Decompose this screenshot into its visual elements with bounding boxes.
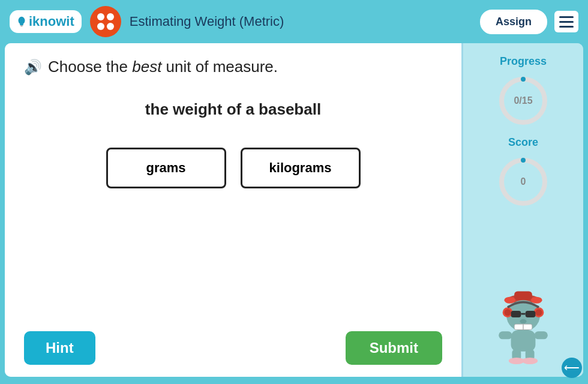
main-content: 🔊 Choose the best unit of measure. the w… — [5, 43, 583, 377]
svg-rect-13 — [526, 311, 536, 317]
logo: iknowit — [10, 10, 82, 33]
mascot-image — [487, 287, 559, 365]
dot4 — [107, 23, 114, 30]
submit-button[interactable]: Submit — [346, 331, 442, 365]
svg-rect-4 — [514, 291, 532, 300]
svg-point-23 — [509, 358, 524, 364]
logo-icon — [17, 16, 26, 28]
svg-point-5 — [504, 297, 515, 304]
svg-rect-12 — [511, 311, 521, 317]
header: iknowit Estimating Weight (Metric) Assig… — [0, 0, 588, 43]
activity-icon-dots — [97, 13, 114, 30]
svg-point-15 — [520, 319, 526, 323]
instruction-start: Choose the — [48, 58, 132, 76]
back-icon: ⟵ — [564, 361, 580, 374]
header-right: Assign — [480, 10, 578, 34]
instruction-italic: best — [132, 58, 161, 76]
svg-rect-19 — [499, 331, 512, 339]
subject-text: the weight of a baseball — [24, 100, 442, 119]
right-panel: Progress 0/15 Score 0 — [463, 43, 583, 377]
back-button[interactable]: ⟵ — [562, 358, 582, 378]
answer-options: grams kilograms — [24, 148, 442, 188]
svg-rect-1 — [20, 24, 23, 26]
instruction-end: unit of measure. — [161, 58, 278, 76]
svg-point-24 — [522, 358, 538, 364]
menu-button[interactable] — [554, 11, 578, 32]
progress-label: Progress — [500, 55, 547, 68]
dot1 — [97, 13, 104, 20]
activity-title: Estimating Weight (Metric) — [130, 14, 472, 29]
score-value: 0 — [521, 176, 526, 187]
mascot-area — [487, 215, 559, 371]
answer-kilograms[interactable]: kilograms — [241, 148, 361, 188]
menu-line2 — [559, 21, 574, 23]
svg-point-11 — [535, 309, 542, 316]
sound-icon[interactable]: 🔊 — [24, 59, 42, 76]
bottom-bar: Hint Submit — [24, 331, 442, 365]
progress-value: 0/15 — [514, 95, 532, 106]
left-panel: 🔊 Choose the best unit of measure. the w… — [5, 43, 461, 377]
svg-point-6 — [531, 297, 542, 304]
svg-rect-18 — [511, 330, 536, 351]
svg-point-0 — [19, 17, 25, 25]
activity-icon — [90, 6, 121, 37]
hint-button[interactable]: Hint — [24, 331, 95, 365]
svg-rect-14 — [521, 313, 525, 315]
score-circle: 0 — [496, 155, 550, 209]
svg-rect-20 — [535, 331, 548, 339]
svg-rect-2 — [20, 25, 23, 26]
menu-line1 — [559, 16, 574, 18]
question-text: Choose the best unit of measure. — [48, 58, 278, 76]
assign-button[interactable]: Assign — [480, 10, 547, 34]
score-label: Score — [508, 136, 538, 149]
logo-text: iknowit — [29, 14, 74, 29]
progress-circle: 0/15 — [496, 74, 550, 128]
dot3 — [97, 23, 104, 30]
dot2 — [107, 13, 114, 20]
question-header: 🔊 Choose the best unit of measure. — [24, 58, 442, 76]
svg-point-9 — [504, 309, 511, 316]
menu-line3 — [559, 26, 574, 28]
answer-grams[interactable]: grams — [106, 148, 226, 188]
